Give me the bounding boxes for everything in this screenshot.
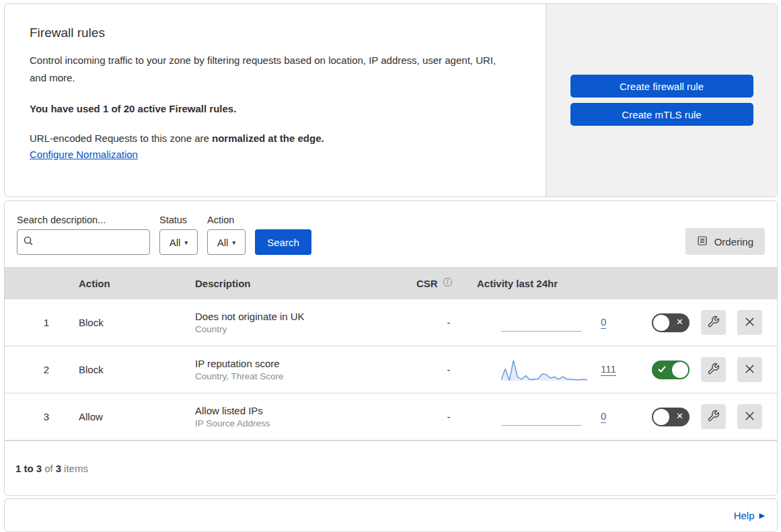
rule-controls: ✕ <box>625 310 777 335</box>
rules-list-card: Search description... Status All ▾ <box>4 200 778 496</box>
delete-rule-button[interactable] <box>737 357 762 382</box>
normalization-text: URL-encoded Requests to this zone are <box>30 132 212 144</box>
close-icon <box>744 410 755 424</box>
table-row: 1 Block Does not originate in UK Country… <box>5 299 777 346</box>
items-label: items <box>64 463 88 474</box>
overview-text-panel: Firewall rules Control incoming traffic … <box>5 4 546 196</box>
help-link[interactable]: Help ▶ <box>734 510 765 521</box>
page-description: Control incoming traffic to your zone by… <box>30 52 514 87</box>
create-mtls-rule-button[interactable]: Create mTLS rule <box>570 103 753 126</box>
search-box <box>17 229 150 255</box>
rule-action: Block <box>79 364 195 375</box>
rule-csr-value: - <box>408 411 469 422</box>
status-dropdown-value: All <box>170 237 181 248</box>
rule-description-cell: IP reputation score Country, Threat Scor… <box>195 358 408 381</box>
rule-activity-cell: 0 <box>469 404 625 430</box>
normalization-note: URL-encoded Requests to this zone are no… <box>30 132 519 144</box>
close-icon <box>744 316 755 330</box>
activity-count-link[interactable]: 0 <box>601 316 606 329</box>
action-dropdown-value: All <box>217 237 229 248</box>
rule-enabled-toggle[interactable]: ✕ <box>652 408 690 426</box>
check-icon <box>657 365 667 376</box>
zero-activity-line <box>501 425 582 426</box>
close-icon: ✕ <box>676 411 683 421</box>
ordering-button-label: Ordering <box>714 236 753 248</box>
rule-description: Allow listed IPs <box>195 405 408 416</box>
delete-rule-button[interactable] <box>737 404 762 429</box>
help-link-label: Help <box>734 510 755 521</box>
wrench-icon <box>707 363 720 377</box>
rule-activity-cell: 111 <box>469 357 625 383</box>
status-label: Status <box>159 215 198 225</box>
column-header-action: Action <box>79 278 195 289</box>
edit-rule-button[interactable] <box>701 357 726 382</box>
rule-action: Allow <box>79 411 195 422</box>
table-header: Action Description CSR Activity last 24h… <box>5 267 777 299</box>
chevron-down-icon: ▾ <box>232 239 235 246</box>
rule-criteria: Country <box>195 324 408 334</box>
wrench-icon <box>707 410 720 424</box>
column-header-csr: CSR <box>408 277 469 289</box>
rule-priority: 2 <box>5 364 79 375</box>
usage-notice: You have used 1 of 20 active Firewall ru… <box>30 103 519 114</box>
rule-action: Block <box>79 317 195 328</box>
search-input[interactable] <box>38 237 144 248</box>
activity-sparkline <box>501 357 587 383</box>
configure-normalization-link[interactable]: Configure Normalization <box>30 149 138 160</box>
action-label: Action <box>207 215 246 225</box>
rule-controls: ✕ <box>625 357 777 382</box>
rule-activity-cell: 0 <box>469 310 625 336</box>
toggle-knob <box>672 362 688 378</box>
column-header-activity: Activity last 24hr <box>469 278 625 289</box>
rule-description-cell: Does not originate in UK Country <box>195 311 408 334</box>
search-button[interactable]: Search <box>255 229 311 255</box>
pagination-summary: 1 to 3 of 3 items <box>5 441 777 495</box>
activity-sparkline <box>501 404 587 430</box>
status-dropdown[interactable]: All ▾ <box>159 229 198 255</box>
close-icon <box>744 363 755 377</box>
rule-enabled-toggle[interactable]: ✕ <box>652 313 690 332</box>
column-header-description: Description <box>195 278 408 289</box>
zero-activity-line <box>501 331 582 332</box>
toggle-knob <box>653 409 669 425</box>
wrench-icon <box>707 315 720 330</box>
rule-description-cell: Allow listed IPs IP Source Address <box>195 405 408 428</box>
actions-panel: Create firewall rule Create mTLS rule <box>546 4 777 196</box>
search-icon <box>23 235 34 249</box>
search-group: Search description... <box>17 215 150 255</box>
rule-enabled-toggle[interactable]: ✕ <box>652 360 690 379</box>
overview-card: Firewall rules Control incoming traffic … <box>4 3 778 197</box>
rule-priority: 3 <box>5 411 79 422</box>
page-title: Firewall rules <box>30 26 519 40</box>
info-icon[interactable] <box>443 277 453 289</box>
arrow-right-icon: ▶ <box>759 511 765 520</box>
edit-rule-button[interactable] <box>701 310 726 335</box>
rule-criteria: IP Source Address <box>195 418 408 428</box>
toggle-knob <box>653 315 669 331</box>
rule-criteria: Country, Threat Score <box>195 371 408 381</box>
table-row: 3 Allow Allow listed IPs IP Source Addre… <box>5 393 777 441</box>
csr-header-label: CSR <box>416 278 438 289</box>
rule-description: IP reputation score <box>195 358 408 369</box>
rule-csr-value: - <box>408 317 469 328</box>
firewall-rules-page: Firewall rules Control incoming traffic … <box>0 0 781 532</box>
items-range: 1 to 3 <box>15 463 42 474</box>
rules-table-body: 1 Block Does not originate in UK Country… <box>5 299 777 441</box>
chevron-down-icon: ▾ <box>184 239 188 246</box>
activity-count-link[interactable]: 0 <box>601 410 606 423</box>
ordering-button[interactable]: Ordering <box>685 228 765 255</box>
action-filter-group: Action All ▾ <box>207 215 246 255</box>
of-label: of <box>44 463 53 474</box>
edit-rule-button[interactable] <box>701 404 726 429</box>
filter-bar: Search description... Status All ▾ <box>5 201 777 267</box>
close-icon: ✕ <box>676 317 683 327</box>
delete-rule-button[interactable] <box>737 310 762 335</box>
ordering-list-icon <box>697 235 708 248</box>
activity-count-link[interactable]: 111 <box>601 363 616 376</box>
action-dropdown[interactable]: All ▾ <box>207 229 246 255</box>
help-card: Help ▶ <box>4 498 778 532</box>
activity-sparkline <box>501 310 587 336</box>
rule-description: Does not originate in UK <box>195 311 408 322</box>
create-firewall-rule-button[interactable]: Create firewall rule <box>570 75 753 98</box>
items-total: 3 <box>56 463 61 474</box>
